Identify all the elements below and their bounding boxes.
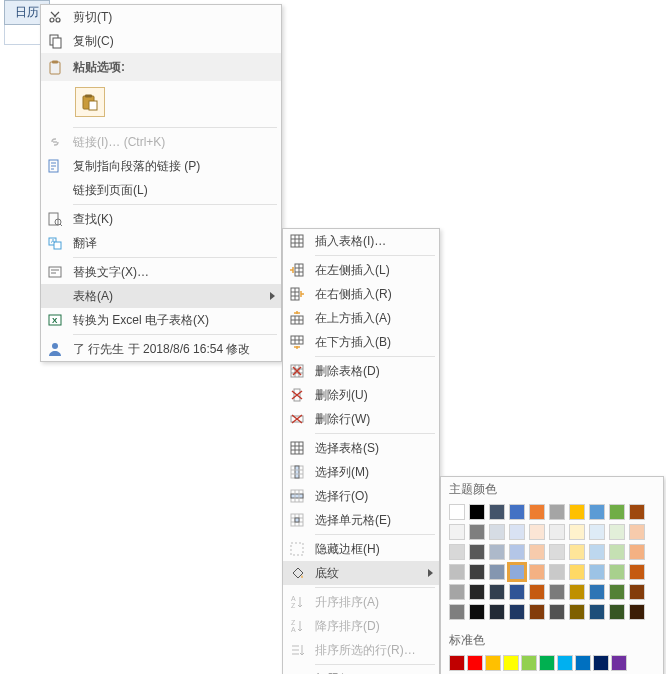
paste-keep-source-button[interactable] — [75, 87, 105, 117]
color-swatch[interactable] — [509, 524, 525, 540]
menu-delete-col[interactable]: 删除列(U) — [283, 383, 439, 407]
color-swatch[interactable] — [549, 504, 565, 520]
color-swatch[interactable] — [629, 584, 645, 600]
color-swatch[interactable] — [489, 504, 505, 520]
color-swatch[interactable] — [449, 524, 465, 540]
color-swatch[interactable] — [549, 524, 565, 540]
color-swatch[interactable] — [489, 544, 505, 560]
color-swatch[interactable] — [489, 564, 505, 580]
menu-select-cell[interactable]: 选择单元格(E) — [283, 508, 439, 532]
color-swatch[interactable] — [467, 655, 483, 671]
menu-hide-border[interactable]: 隐藏边框(H) — [283, 537, 439, 561]
menu-translate[interactable]: A 翻译 — [41, 231, 281, 255]
color-swatch[interactable] — [611, 655, 627, 671]
theme-color-grid — [441, 502, 663, 628]
color-swatch[interactable] — [589, 584, 605, 600]
menu-insert-above[interactable]: 在上方插入(A) — [283, 306, 439, 330]
menu-insert-right[interactable]: 在右侧插入(R) — [283, 282, 439, 306]
color-swatch[interactable] — [469, 504, 485, 520]
color-swatch[interactable] — [609, 564, 625, 580]
color-swatch[interactable] — [503, 655, 519, 671]
menu-find[interactable]: 查找(K) — [41, 207, 281, 231]
color-swatch[interactable] — [609, 584, 625, 600]
color-swatch[interactable] — [589, 504, 605, 520]
menu-modified-by[interactable]: 了 行先生 于 2018/8/6 16:54 修改 — [41, 337, 281, 361]
menu-select-table[interactable]: 选择表格(S) — [283, 436, 439, 460]
color-swatch[interactable] — [469, 544, 485, 560]
menu-cut[interactable]: 剪切(T) — [41, 5, 281, 29]
menu-delete-table[interactable]: 删除表格(D) — [283, 359, 439, 383]
menu-insert-table[interactable]: 插入表格(I)… — [283, 229, 439, 253]
color-swatch[interactable] — [529, 524, 545, 540]
color-swatch[interactable] — [529, 544, 545, 560]
menu-copy-paragraph-link[interactable]: 复制指向段落的链接 (P) — [41, 154, 281, 178]
menu-select-col[interactable]: 选择列(M) — [283, 460, 439, 484]
color-swatch[interactable] — [629, 544, 645, 560]
color-swatch[interactable] — [489, 604, 505, 620]
menu-copy[interactable]: 复制(C) — [41, 29, 281, 53]
color-swatch[interactable] — [549, 604, 565, 620]
color-swatch[interactable] — [449, 564, 465, 580]
color-swatch[interactable] — [609, 544, 625, 560]
color-swatch[interactable] — [509, 564, 525, 580]
color-swatch[interactable] — [569, 604, 585, 620]
color-swatch[interactable] — [589, 604, 605, 620]
menu-delete-row[interactable]: 删除行(W) — [283, 407, 439, 431]
color-swatch[interactable] — [509, 604, 525, 620]
color-swatch[interactable] — [509, 544, 525, 560]
color-swatch[interactable] — [575, 655, 591, 671]
color-swatch[interactable] — [469, 564, 485, 580]
color-swatch[interactable] — [509, 584, 525, 600]
color-swatch[interactable] — [489, 524, 505, 540]
color-swatch[interactable] — [629, 524, 645, 540]
menu-select-row[interactable]: 选择行(O) — [283, 484, 439, 508]
color-swatch[interactable] — [569, 504, 585, 520]
color-swatch[interactable] — [629, 564, 645, 580]
menu-alt-text[interactable]: 替换文字(X)… — [41, 260, 281, 284]
color-swatch[interactable] — [469, 604, 485, 620]
color-swatch[interactable] — [449, 604, 465, 620]
color-swatch[interactable] — [529, 504, 545, 520]
menu-table[interactable]: 表格(A) — [41, 284, 281, 308]
color-swatch[interactable] — [609, 604, 625, 620]
color-swatch[interactable] — [549, 584, 565, 600]
color-swatch[interactable] — [469, 584, 485, 600]
color-swatch[interactable] — [629, 504, 645, 520]
color-swatch[interactable] — [529, 604, 545, 620]
delete-col-icon — [287, 385, 307, 405]
color-swatch[interactable] — [485, 655, 501, 671]
color-swatch[interactable] — [521, 655, 537, 671]
svg-rect-29 — [291, 494, 303, 498]
color-swatch[interactable] — [469, 524, 485, 540]
color-swatch[interactable] — [489, 584, 505, 600]
color-swatch[interactable] — [549, 544, 565, 560]
color-swatch[interactable] — [593, 655, 609, 671]
color-swatch[interactable] — [449, 584, 465, 600]
color-swatch[interactable] — [609, 504, 625, 520]
color-swatch[interactable] — [569, 524, 585, 540]
color-swatch[interactable] — [539, 655, 555, 671]
color-swatch[interactable] — [589, 564, 605, 580]
color-swatch[interactable] — [609, 524, 625, 540]
menu-insert-below[interactable]: 在下方插入(B) — [283, 330, 439, 354]
color-swatch[interactable] — [529, 564, 545, 580]
color-swatch[interactable] — [557, 655, 573, 671]
menu-insert-left[interactable]: 在左侧插入(L) — [283, 258, 439, 282]
color-swatch[interactable] — [569, 564, 585, 580]
menu-convert-excel[interactable]: X 转换为 Excel 电子表格(X) — [41, 308, 281, 332]
color-swatch[interactable] — [449, 655, 465, 671]
color-swatch[interactable] — [629, 604, 645, 620]
color-swatch[interactable] — [589, 544, 605, 560]
color-swatch[interactable] — [449, 544, 465, 560]
color-swatch[interactable] — [549, 564, 565, 580]
menu-link-to-page[interactable]: 链接到页面(L) — [41, 178, 281, 202]
color-swatch[interactable] — [589, 524, 605, 540]
color-swatch[interactable] — [449, 504, 465, 520]
color-swatch[interactable] — [569, 544, 585, 560]
color-swatch[interactable] — [529, 584, 545, 600]
menu-header-row[interactable]: 标题行(H) — [283, 667, 439, 674]
menu-shading[interactable]: 底纹 — [283, 561, 439, 585]
menu-label: 选择表格(S) — [315, 440, 433, 457]
color-swatch[interactable] — [509, 504, 525, 520]
color-swatch[interactable] — [569, 584, 585, 600]
